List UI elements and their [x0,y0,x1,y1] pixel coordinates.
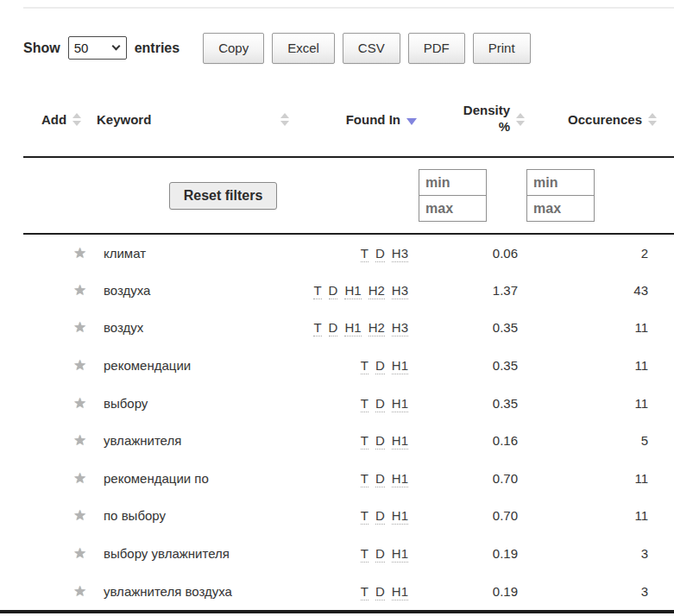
table-row: ★ по выбору TDH1 0.70 11 [23,497,674,535]
add-cell: ★ [23,384,97,422]
found-in-tag[interactable]: H1 [344,283,361,299]
found-in-tag[interactable]: D [375,246,385,262]
copy-button[interactable]: Copy [203,33,264,64]
density-cell: 0.70 [419,460,526,498]
star-icon[interactable]: ★ [73,470,86,487]
occurences-max-input[interactable] [526,195,595,222]
entries-label: entries [135,41,180,56]
table-row: ★ увлажнителя TDH1 0.16 5 [23,422,674,460]
found-in-tag[interactable]: D [329,320,338,336]
found-in-tag[interactable]: D [375,433,385,449]
found-in-tag[interactable]: D [375,508,385,525]
density-min-input[interactable] [419,169,487,196]
star-icon[interactable]: ★ [73,507,86,524]
star-icon[interactable]: ★ [73,245,86,261]
column-header-density-label: Density % [463,103,510,135]
keyword-density-table: Add Keyword Found In [23,82,674,610]
keyword-cell: воздуха [97,272,298,310]
found-in-tag[interactable]: T [313,283,321,299]
found-in-tag[interactable]: H1 [392,396,408,412]
keyword-cell: выбору увлажнителя [97,535,298,573]
density-max-input[interactable] [419,195,487,222]
found-in-tag[interactable]: T [361,508,368,525]
page-length-select[interactable]: 50 [68,36,127,60]
column-header-occurences[interactable]: Occurences [526,82,674,157]
table-row: ★ выбору TDH1 0.35 11 [23,384,674,422]
found-in-tag[interactable]: T [361,546,368,563]
found-in-tag[interactable]: D [375,358,385,374]
star-icon[interactable]: ★ [73,357,86,374]
found-in-tag[interactable]: H1 [392,508,408,525]
found-in-cell: TDH1 [298,347,419,385]
keyword-cell: климат [97,234,298,272]
column-header-found-in-label: Found In [346,112,400,127]
reset-filters-button[interactable]: Reset filters [169,182,278,210]
found-in-tag[interactable]: H3 [392,283,408,299]
found-in-tag[interactable]: T [361,471,368,487]
filter-cell-occurences [526,157,674,234]
found-in-tag[interactable]: H1 [392,433,408,449]
star-icon[interactable]: ★ [73,395,86,412]
csv-button[interactable]: CSV [343,33,400,64]
page-length-control: Show 50 entries [23,36,180,60]
filter-cell-keyword: Reset filters [97,157,298,234]
found-in-tag[interactable]: D [375,471,385,487]
found-in-tag[interactable]: D [329,283,338,299]
column-header-keyword[interactable]: Keyword [97,82,298,157]
page-length-select-wrap: 50 [68,36,127,60]
filter-cell-found-in [298,157,419,234]
table-filter-row: Reset filters [23,157,674,234]
add-cell: ★ [23,309,97,347]
table-row: ★ воздух TDH1H2H3 0.35 11 [23,309,674,347]
table-row: ★ увлажнителя воздуха TDH1 0.19 3 [23,572,674,610]
star-icon[interactable]: ★ [73,545,86,562]
found-in-tag[interactable]: D [375,546,385,563]
pdf-button[interactable]: PDF [408,33,465,64]
print-button[interactable]: Print [473,33,531,64]
found-in-tag[interactable]: H1 [392,471,408,487]
found-in-tag[interactable]: T [361,584,368,600]
star-icon[interactable]: ★ [73,282,86,299]
found-in-tag[interactable]: T [313,320,321,336]
density-cell: 0.35 [419,309,526,347]
found-in-tag[interactable]: D [375,584,385,600]
found-in-tag[interactable]: D [375,396,385,412]
star-icon[interactable]: ★ [73,432,86,449]
keyword-cell: рекомендации по [97,460,298,498]
column-header-keyword-label: Keyword [97,112,151,127]
found-in-tag[interactable]: T [361,433,368,449]
found-in-tag[interactable]: H2 [368,283,385,299]
add-cell: ★ [23,422,97,460]
found-in-tag[interactable]: T [361,246,368,262]
table-row: ★ рекомендации TDH1 0.35 11 [23,347,674,385]
found-in-tag[interactable]: H1 [392,546,408,563]
density-cell: 0.19 [419,572,526,610]
found-in-cell: TDH3 [298,234,419,272]
filter-cell-add [23,157,97,234]
column-header-add[interactable]: Add [23,82,97,157]
occurences-cell: 11 [526,460,674,498]
found-in-tag[interactable]: H1 [392,358,408,374]
found-in-tag[interactable]: H3 [392,320,408,336]
found-in-tag[interactable]: H1 [392,584,408,600]
found-in-tag[interactable]: T [361,358,368,374]
column-header-found-in[interactable]: Found In [298,82,419,157]
excel-button[interactable]: Excel [272,33,335,64]
density-cell: 1.37 [419,272,526,310]
star-icon[interactable]: ★ [73,583,86,600]
found-in-tag[interactable]: T [361,396,368,412]
density-cell: 0.35 [419,384,526,422]
sort-arrows-icon [648,113,657,126]
found-in-tag[interactable]: H3 [392,246,408,262]
star-icon[interactable]: ★ [73,319,86,336]
column-header-density[interactable]: Density % [419,82,526,157]
table-row: ★ выбору увлажнителя TDH1 0.19 3 [23,535,674,573]
keyword-cell: воздух [97,309,298,347]
keyword-cell: увлажнителя [97,422,298,460]
occurences-cell: 2 [526,234,674,272]
occurences-min-input[interactable] [526,169,595,196]
found-in-tag[interactable]: H2 [368,320,385,336]
occurences-cell: 11 [526,309,674,347]
found-in-tag[interactable]: H1 [344,320,361,336]
table-row: ★ климат TDH3 0.06 2 [23,234,674,272]
